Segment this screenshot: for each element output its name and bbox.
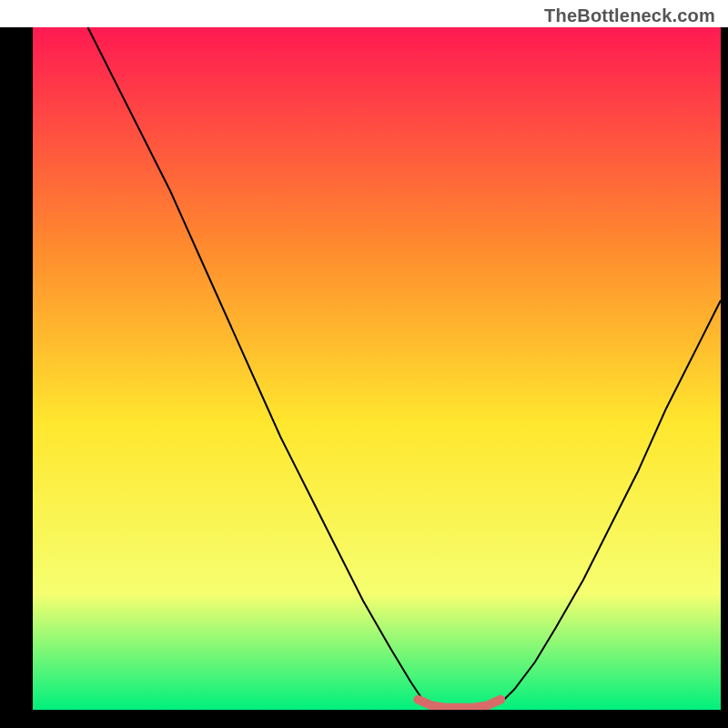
chart-container: TheBottleneck.com [0,0,728,728]
frame-left [0,0,33,728]
watermark-text: TheBottleneck.com [544,5,715,26]
plot-background [33,27,721,710]
frame-bottom [0,710,728,728]
frame-right [721,0,728,728]
bottleneck-chart [0,0,728,728]
